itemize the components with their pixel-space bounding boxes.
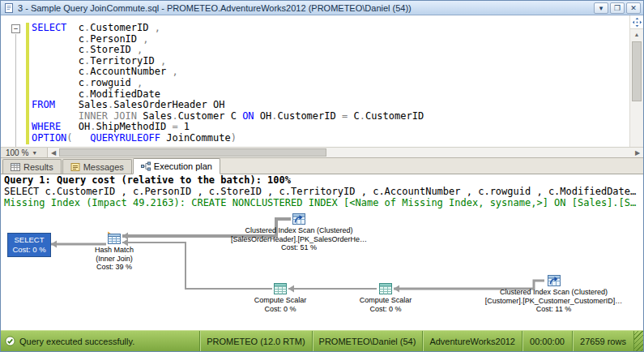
title-bar[interactable]: 3 - Sample Query JoinCommute.sql - PROME… — [1, 1, 643, 15]
node-caption: Cost: 51 % — [230, 243, 368, 252]
plan-node-hash-match[interactable]: Hash Match(Inner Join)Cost: 39 % — [78, 231, 151, 272]
status-bar: Query executed successfully. PROMETEO (1… — [1, 330, 643, 351]
node-caption: Cost: 11 % — [479, 305, 629, 314]
horizontal-scrollbar-thumb[interactable] — [59, 148, 326, 157]
node-caption: (Inner Join) — [78, 255, 151, 264]
plan-node-clustered-index-scan-customer[interactable]: Clustered Index Scan (Clustered)[Custome… — [479, 273, 629, 314]
status-row-count: 27659 rows — [572, 331, 633, 351]
clustered-index-scan-icon — [292, 212, 306, 226]
plan-node-compute-scalar-1[interactable]: Compute ScalarCost: 0 % — [244, 281, 317, 313]
node-caption: Cost: 39 % — [78, 263, 151, 272]
code-line[interactable]: WHERE OH.ShipMethodID = 1 — [32, 122, 629, 133]
maximize-button[interactable]: ❐ — [610, 2, 625, 14]
vertical-scrollbar[interactable]: ▲ — [629, 15, 643, 147]
status-user: PROMETEO\Daniel (54) — [312, 331, 423, 351]
status-message-area: Query executed successfully. — [1, 331, 199, 351]
node-caption: [SalesOrderHeader].[PK_SalesOrderHe… — [230, 235, 368, 244]
code-area[interactable]: SELECT c.CustomerID , c.PersonID , c.Sto… — [1, 15, 629, 147]
tab-messages[interactable]: Messages — [62, 159, 132, 174]
scroll-up-arrow[interactable]: ▲ — [630, 29, 643, 40]
status-server: PROMETEO (12.0 RTM) — [199, 331, 311, 351]
node-caption: [Customer].[PK_Customer_CustomerID]… — [479, 297, 629, 306]
compute-scalar-icon — [273, 281, 288, 296]
execution-plan-pane[interactable]: Query 1: Query cost (relative to the bat… — [1, 174, 643, 330]
clustered-index-scan-icon — [547, 273, 561, 288]
code-line[interactable]: SELECT c.CustomerID , — [32, 23, 629, 34]
plan-node-select[interactable]: SELECTCost: 0 % — [7, 233, 51, 257]
results-grid-icon — [11, 162, 20, 172]
execution-plan-icon — [141, 161, 151, 171]
code-line[interactable]: c.PersonID , — [32, 34, 629, 45]
success-check-icon — [5, 336, 15, 346]
sql-file-icon — [3, 2, 15, 14]
code-line[interactable]: c.ModifiedDate — [32, 89, 629, 101]
resize-grip[interactable] — [633, 331, 643, 351]
zoom-control[interactable]: 100 % ▼ — [1, 148, 48, 157]
node-caption: Hash Match — [78, 246, 151, 255]
tab-results-label: Results — [23, 162, 53, 172]
code-line[interactable]: c.TerritoryID , — [32, 56, 629, 67]
status-message: Query executed successfully. — [19, 337, 134, 346]
node-caption: Cost: 0 % — [244, 305, 317, 314]
status-elapsed-time: 00:00:00 — [522, 331, 572, 351]
node-caption: Cost: 0 % — [349, 305, 422, 314]
hash-match-icon — [107, 231, 122, 246]
code-line[interactable]: c.StoreID , — [32, 45, 629, 56]
vertical-scrollbar-thumb[interactable] — [632, 41, 642, 101]
scroll-left-arrow[interactable]: ◀ — [48, 149, 59, 157]
window-title: 3 - Sample Query JoinCommute.sql - PROME… — [18, 3, 592, 13]
pan-icon[interactable] — [630, 15, 643, 29]
code-line[interactable]: OPTION( QUERYRULEOFF JoinCommute) — [32, 133, 629, 144]
horizontal-scrollbar[interactable]: ◀ ▶ — [48, 148, 643, 157]
code-collapse-toggle[interactable]: − — [11, 24, 20, 33]
chevron-down-icon: ▼ — [32, 150, 37, 156]
status-database: AdventureWorks2012 — [422, 331, 522, 351]
ssms-query-window: 3 - Sample Query JoinCommute.sql - PROME… — [0, 0, 644, 352]
messages-icon — [70, 162, 80, 172]
node-caption: Clustered Index Scan (Clustered) — [479, 288, 629, 297]
tab-execution-plan-label: Execution plan — [154, 161, 212, 171]
close-button[interactable]: ✕ — [626, 2, 641, 14]
code-line[interactable]: c.AccountNumber , — [32, 67, 629, 78]
compute-scalar-icon — [378, 281, 393, 296]
node-caption: Clustered Index Scan (Clustered) — [230, 226, 368, 235]
window-position-button[interactable]: ▾ — [594, 2, 608, 14]
code-line[interactable]: FROM Sales.SalesOrderHeader OH — [32, 100, 629, 111]
scroll-right-arrow[interactable]: ▶ — [632, 149, 643, 157]
query-editor[interactable]: − SELECT c.CustomerID , c.PersonID , c.S… — [1, 15, 643, 147]
code-line[interactable]: INNER JOIN Sales.Customer C ON OH.Custom… — [32, 111, 629, 122]
code-line[interactable]: c.rowguid , — [32, 78, 629, 89]
node-caption: Compute Scalar — [244, 296, 317, 305]
node-caption: Cost: 0 % — [8, 245, 50, 255]
node-caption: SELECT — [8, 235, 50, 245]
status-segments: PROMETEO (12.0 RTM)PROMETEO\Daniel (54)A… — [199, 331, 633, 351]
plan-node-compute-scalar-2[interactable]: Compute ScalarCost: 0 % — [349, 281, 422, 313]
plan-canvas: SELECTCost: 0 %Hash Match(Inner Join)Cos… — [1, 174, 643, 330]
zoom-value: 100 % — [6, 148, 28, 157]
tab-strip: ResultsMessagesExecution plan — [1, 158, 643, 174]
node-caption: Compute Scalar — [349, 296, 422, 305]
tab-results[interactable]: Results — [2, 159, 62, 174]
tab-messages-label: Messages — [83, 162, 124, 172]
plan-node-clustered-index-scan-salesorderheader[interactable]: Clustered Index Scan (Clustered)[SalesOr… — [230, 212, 368, 252]
tab-execution-plan[interactable]: Execution plan — [133, 158, 220, 174]
editor-bottom-strip: 100 % ▼ ◀ ▶ — [1, 147, 643, 158]
